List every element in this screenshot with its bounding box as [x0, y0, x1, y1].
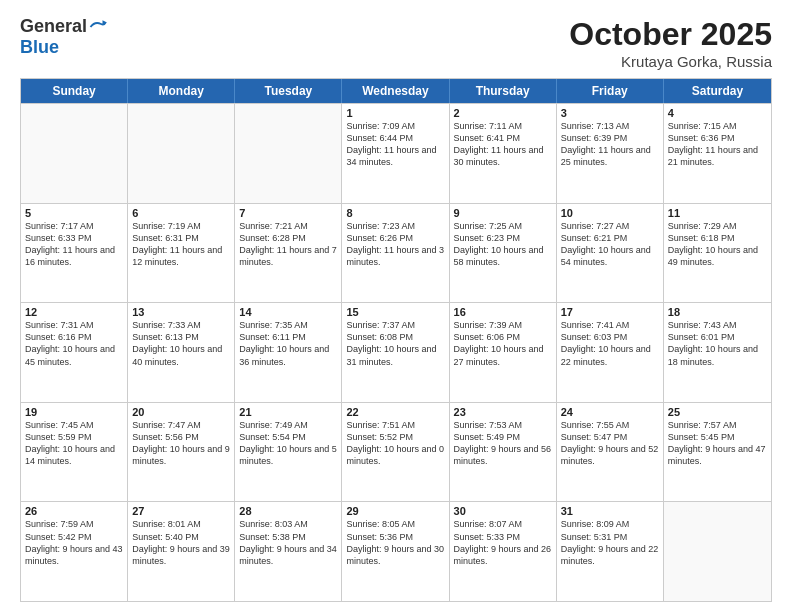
calendar-cell: 8Sunrise: 7:23 AM Sunset: 6:26 PM Daylig… [342, 204, 449, 303]
logo-text: General [20, 16, 107, 37]
cell-info: Sunrise: 7:19 AM Sunset: 6:31 PM Dayligh… [132, 220, 230, 269]
day-header: Monday [128, 79, 235, 103]
cell-info: Sunrise: 7:35 AM Sunset: 6:11 PM Dayligh… [239, 319, 337, 368]
day-header: Friday [557, 79, 664, 103]
calendar-cell: 21Sunrise: 7:49 AM Sunset: 5:54 PM Dayli… [235, 403, 342, 502]
cell-day-number: 23 [454, 406, 552, 418]
cell-day-number: 29 [346, 505, 444, 517]
day-header: Sunday [21, 79, 128, 103]
cell-info: Sunrise: 7:09 AM Sunset: 6:44 PM Dayligh… [346, 120, 444, 169]
calendar-cell: 27Sunrise: 8:01 AM Sunset: 5:40 PM Dayli… [128, 502, 235, 601]
calendar-cell: 30Sunrise: 8:07 AM Sunset: 5:33 PM Dayli… [450, 502, 557, 601]
cell-info: Sunrise: 7:55 AM Sunset: 5:47 PM Dayligh… [561, 419, 659, 468]
calendar-cell: 9Sunrise: 7:25 AM Sunset: 6:23 PM Daylig… [450, 204, 557, 303]
cell-info: Sunrise: 7:31 AM Sunset: 6:16 PM Dayligh… [25, 319, 123, 368]
day-header: Thursday [450, 79, 557, 103]
cell-day-number: 21 [239, 406, 337, 418]
cell-info: Sunrise: 7:13 AM Sunset: 6:39 PM Dayligh… [561, 120, 659, 169]
cell-day-number: 22 [346, 406, 444, 418]
cell-info: Sunrise: 8:07 AM Sunset: 5:33 PM Dayligh… [454, 518, 552, 567]
cell-day-number: 8 [346, 207, 444, 219]
calendar-cell: 4Sunrise: 7:15 AM Sunset: 6:36 PM Daylig… [664, 104, 771, 203]
calendar-cell: 5Sunrise: 7:17 AM Sunset: 6:33 PM Daylig… [21, 204, 128, 303]
calendar-cell: 2Sunrise: 7:11 AM Sunset: 6:41 PM Daylig… [450, 104, 557, 203]
cell-day-number: 31 [561, 505, 659, 517]
week-row: 5Sunrise: 7:17 AM Sunset: 6:33 PM Daylig… [21, 203, 771, 303]
cell-day-number: 20 [132, 406, 230, 418]
cell-info: Sunrise: 7:53 AM Sunset: 5:49 PM Dayligh… [454, 419, 552, 468]
cell-day-number: 10 [561, 207, 659, 219]
cell-info: Sunrise: 7:21 AM Sunset: 6:28 PM Dayligh… [239, 220, 337, 269]
cell-info: Sunrise: 7:15 AM Sunset: 6:36 PM Dayligh… [668, 120, 767, 169]
cell-info: Sunrise: 7:41 AM Sunset: 6:03 PM Dayligh… [561, 319, 659, 368]
logo-general: General [20, 16, 87, 37]
page: General Blue October 2025 Krutaya Gorka,… [0, 0, 792, 612]
calendar-cell: 25Sunrise: 7:57 AM Sunset: 5:45 PM Dayli… [664, 403, 771, 502]
calendar-cell: 19Sunrise: 7:45 AM Sunset: 5:59 PM Dayli… [21, 403, 128, 502]
calendar-cell: 14Sunrise: 7:35 AM Sunset: 6:11 PM Dayli… [235, 303, 342, 402]
cell-day-number: 27 [132, 505, 230, 517]
day-header: Wednesday [342, 79, 449, 103]
cell-day-number: 28 [239, 505, 337, 517]
cell-info: Sunrise: 7:49 AM Sunset: 5:54 PM Dayligh… [239, 419, 337, 468]
week-row: 19Sunrise: 7:45 AM Sunset: 5:59 PM Dayli… [21, 402, 771, 502]
calendar-cell: 16Sunrise: 7:39 AM Sunset: 6:06 PM Dayli… [450, 303, 557, 402]
cell-day-number: 13 [132, 306, 230, 318]
cell-info: Sunrise: 7:17 AM Sunset: 6:33 PM Dayligh… [25, 220, 123, 269]
calendar-cell: 29Sunrise: 8:05 AM Sunset: 5:36 PM Dayli… [342, 502, 449, 601]
logo: General Blue [20, 16, 107, 58]
cell-info: Sunrise: 7:57 AM Sunset: 5:45 PM Dayligh… [668, 419, 767, 468]
cell-info: Sunrise: 7:59 AM Sunset: 5:42 PM Dayligh… [25, 518, 123, 567]
calendar-cell: 26Sunrise: 7:59 AM Sunset: 5:42 PM Dayli… [21, 502, 128, 601]
cell-day-number: 19 [25, 406, 123, 418]
calendar-cell: 11Sunrise: 7:29 AM Sunset: 6:18 PM Dayli… [664, 204, 771, 303]
calendar-cell: 23Sunrise: 7:53 AM Sunset: 5:49 PM Dayli… [450, 403, 557, 502]
cell-day-number: 5 [25, 207, 123, 219]
week-row: 12Sunrise: 7:31 AM Sunset: 6:16 PM Dayli… [21, 302, 771, 402]
logo-icon [89, 18, 107, 36]
calendar-cell: 6Sunrise: 7:19 AM Sunset: 6:31 PM Daylig… [128, 204, 235, 303]
month-title: October 2025 [569, 16, 772, 53]
cell-info: Sunrise: 7:11 AM Sunset: 6:41 PM Dayligh… [454, 120, 552, 169]
cell-day-number: 24 [561, 406, 659, 418]
calendar-cell: 22Sunrise: 7:51 AM Sunset: 5:52 PM Dayli… [342, 403, 449, 502]
calendar-cell: 1Sunrise: 7:09 AM Sunset: 6:44 PM Daylig… [342, 104, 449, 203]
header: General Blue October 2025 Krutaya Gorka,… [20, 16, 772, 70]
cell-day-number: 9 [454, 207, 552, 219]
cell-day-number: 6 [132, 207, 230, 219]
cell-info: Sunrise: 7:23 AM Sunset: 6:26 PM Dayligh… [346, 220, 444, 269]
cell-day-number: 25 [668, 406, 767, 418]
calendar: SundayMondayTuesdayWednesdayThursdayFrid… [20, 78, 772, 602]
cell-info: Sunrise: 7:27 AM Sunset: 6:21 PM Dayligh… [561, 220, 659, 269]
cell-info: Sunrise: 8:05 AM Sunset: 5:36 PM Dayligh… [346, 518, 444, 567]
cell-day-number: 26 [25, 505, 123, 517]
cell-info: Sunrise: 7:33 AM Sunset: 6:13 PM Dayligh… [132, 319, 230, 368]
cell-day-number: 12 [25, 306, 123, 318]
cell-day-number: 2 [454, 107, 552, 119]
cell-day-number: 16 [454, 306, 552, 318]
cell-day-number: 11 [668, 207, 767, 219]
cell-day-number: 4 [668, 107, 767, 119]
day-header: Tuesday [235, 79, 342, 103]
calendar-cell: 7Sunrise: 7:21 AM Sunset: 6:28 PM Daylig… [235, 204, 342, 303]
calendar-body: 1Sunrise: 7:09 AM Sunset: 6:44 PM Daylig… [21, 103, 771, 601]
calendar-cell: 31Sunrise: 8:09 AM Sunset: 5:31 PM Dayli… [557, 502, 664, 601]
cell-day-number: 3 [561, 107, 659, 119]
cell-info: Sunrise: 8:03 AM Sunset: 5:38 PM Dayligh… [239, 518, 337, 567]
calendar-cell [128, 104, 235, 203]
calendar-cell: 10Sunrise: 7:27 AM Sunset: 6:21 PM Dayli… [557, 204, 664, 303]
cell-info: Sunrise: 8:01 AM Sunset: 5:40 PM Dayligh… [132, 518, 230, 567]
calendar-cell: 15Sunrise: 7:37 AM Sunset: 6:08 PM Dayli… [342, 303, 449, 402]
cell-day-number: 17 [561, 306, 659, 318]
logo-blue: Blue [20, 37, 59, 57]
cell-info: Sunrise: 7:51 AM Sunset: 5:52 PM Dayligh… [346, 419, 444, 468]
cell-day-number: 18 [668, 306, 767, 318]
calendar-cell: 24Sunrise: 7:55 AM Sunset: 5:47 PM Dayli… [557, 403, 664, 502]
cell-info: Sunrise: 7:45 AM Sunset: 5:59 PM Dayligh… [25, 419, 123, 468]
cell-info: Sunrise: 7:47 AM Sunset: 5:56 PM Dayligh… [132, 419, 230, 468]
calendar-cell: 28Sunrise: 8:03 AM Sunset: 5:38 PM Dayli… [235, 502, 342, 601]
cell-day-number: 7 [239, 207, 337, 219]
cell-day-number: 14 [239, 306, 337, 318]
cell-info: Sunrise: 7:43 AM Sunset: 6:01 PM Dayligh… [668, 319, 767, 368]
location: Krutaya Gorka, Russia [569, 53, 772, 70]
